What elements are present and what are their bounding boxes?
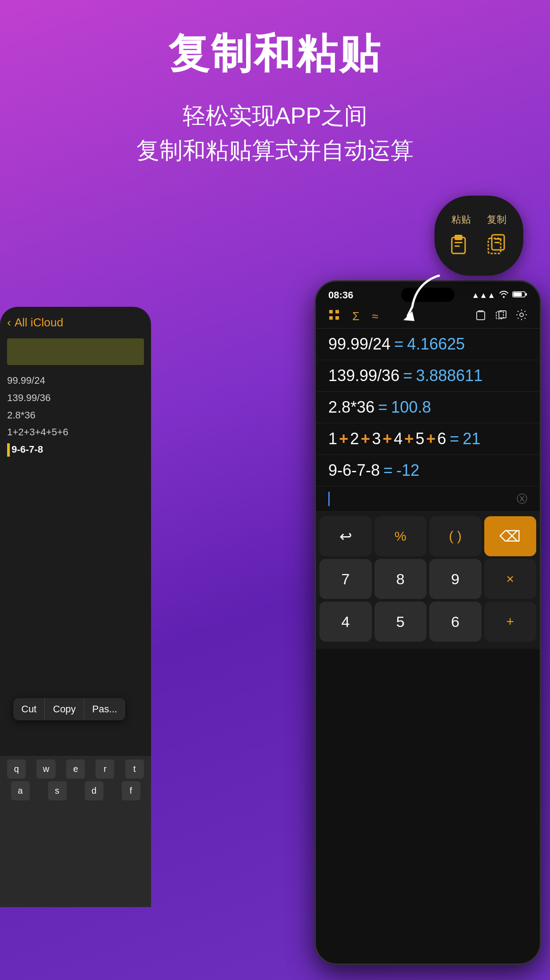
- calc-row: 9-6-7-8 = -12: [316, 455, 540, 486]
- subtitle-line1: 轻松实现APP之间: [0, 98, 550, 133]
- input-cursor: [328, 492, 330, 506]
- keypad: ↩ % ( ) ⌫ 7 8 9 × 4 5 6 +: [316, 512, 540, 649]
- back-nav: ‹ All iCloud: [7, 316, 144, 329]
- key-8[interactable]: 8: [375, 559, 427, 599]
- list-item-active: 9-6-7-8: [7, 441, 144, 458]
- key-f[interactable]: f: [122, 781, 140, 800]
- key-7[interactable]: 7: [319, 559, 372, 599]
- sigma-icon[interactable]: Σ: [352, 309, 359, 323]
- toolbar-left: Σ ≈: [328, 309, 378, 324]
- key-e[interactable]: e: [66, 759, 85, 779]
- grid-icon[interactable]: [328, 309, 340, 324]
- svg-rect-15: [335, 316, 339, 320]
- keypad-row-456: 4 5 6 +: [319, 602, 536, 642]
- keypad-row-special: ↩ % ( ) ⌫: [319, 516, 536, 556]
- calc-row: 99.99/24 = 4.16625: [316, 329, 540, 360]
- svg-rect-11: [526, 293, 527, 296]
- copy-label: 复制: [487, 213, 506, 226]
- copy-frame-icon[interactable]: [495, 309, 507, 324]
- svg-rect-13: [335, 310, 339, 313]
- list-item: 1+2+3+4+5+6: [7, 424, 144, 441]
- pill-icons: [446, 230, 512, 258]
- key-q[interactable]: q: [7, 759, 26, 779]
- key-multiply[interactable]: ×: [484, 559, 537, 599]
- pill-labels: 粘贴 复制: [451, 213, 506, 226]
- devices-wrapper: ‹ All iCloud 99.99/24 139.99/36 2.8*36 1…: [0, 280, 550, 980]
- back-title: All iCloud: [15, 316, 64, 329]
- wifi-icon: [499, 291, 509, 300]
- back-chevron-icon: ‹: [7, 316, 11, 329]
- key-r[interactable]: r: [96, 759, 114, 779]
- key-5[interactable]: 5: [375, 602, 427, 642]
- key-s[interactable]: s: [48, 781, 67, 800]
- clear-icon[interactable]: ⓧ: [517, 492, 527, 506]
- subtitle: 轻松实现APP之间 复制和粘贴算式并自动运算: [0, 98, 550, 168]
- signal-icon: ▲▲▲: [472, 291, 495, 300]
- keypad-row-789: 7 8 9 ×: [319, 559, 536, 599]
- svg-rect-14: [329, 316, 333, 320]
- approx-icon[interactable]: ≈: [372, 309, 378, 323]
- calc-row: 139.99/36 = 3.888611: [316, 360, 540, 392]
- front-phone: 08:36 👤 ▲▲▲: [315, 280, 541, 965]
- svg-rect-6: [494, 238, 502, 240]
- svg-rect-4: [488, 238, 501, 253]
- svg-rect-2: [454, 242, 462, 243]
- svg-rect-1: [454, 235, 462, 240]
- calc-results: 99.99/24 = 4.16625 139.99/36 = 3.888611 …: [316, 329, 540, 512]
- context-menu: Cut Copy Pas...: [13, 698, 125, 720]
- paste-label: 粘贴: [451, 213, 471, 226]
- copy-button[interactable]: Copy: [45, 698, 84, 720]
- key-a[interactable]: a: [11, 781, 30, 800]
- svg-point-19: [520, 313, 523, 317]
- paste-icon[interactable]: [446, 230, 474, 258]
- subtitle-line2: 复制和粘贴算式并自动运算: [0, 133, 550, 168]
- key-w[interactable]: w: [36, 759, 55, 779]
- keyboard-row: q w e r t: [2, 759, 149, 779]
- back-phone: ‹ All iCloud 99.99/24 139.99/36 2.8*36 1…: [0, 307, 151, 907]
- key-parens[interactable]: ( ): [429, 516, 482, 556]
- list-item: 2.8*36: [7, 407, 144, 424]
- back-keyboard: q w e r t a s d f: [0, 756, 151, 907]
- svg-rect-10: [513, 292, 522, 296]
- battery-icon: [512, 290, 527, 301]
- page-title: 复制和粘贴: [0, 31, 550, 76]
- cut-button[interactable]: Cut: [13, 698, 45, 720]
- calc-row: 2.8*36 = 100.8: [316, 392, 540, 423]
- status-icons: ▲▲▲: [472, 290, 527, 301]
- note-list: 99.99/24 139.99/36 2.8*36 1+2+3+4+5+6 9-…: [7, 372, 144, 458]
- header-section: 复制和粘贴 轻松实现APP之间 复制和粘贴算式并自动运算: [0, 0, 550, 168]
- key-plus[interactable]: +: [484, 602, 537, 642]
- text-cursor: [7, 443, 10, 457]
- key-6[interactable]: 6: [429, 602, 482, 642]
- key-t[interactable]: t: [125, 759, 144, 779]
- gear-icon[interactable]: [516, 309, 527, 324]
- list-item: 99.99/24: [7, 372, 144, 390]
- svg-rect-12: [329, 310, 333, 313]
- list-item: 139.99/36: [7, 390, 144, 407]
- calc-row: 1 + 2 + 3 + 4 + 5 + 6 = 21: [316, 423, 540, 455]
- status-time: 08:36: [328, 289, 353, 301]
- svg-rect-7: [494, 242, 500, 243]
- key-percent[interactable]: %: [375, 516, 427, 556]
- key-4[interactable]: 4: [319, 602, 372, 642]
- key-9[interactable]: 9: [429, 559, 482, 599]
- clipboard-icon[interactable]: [475, 309, 486, 324]
- copy-icon[interactable]: [483, 230, 512, 258]
- keyboard-row: a s d f: [2, 781, 149, 800]
- note-header-bar: [7, 338, 144, 365]
- svg-rect-16: [477, 312, 485, 320]
- key-d[interactable]: d: [85, 781, 104, 800]
- toolbar-right: [475, 309, 527, 324]
- arrow-connector: [403, 271, 448, 326]
- floating-pill: 粘贴 复制: [434, 196, 523, 276]
- svg-rect-3: [454, 245, 460, 247]
- paste-button[interactable]: Pas...: [84, 698, 125, 720]
- key-backspace[interactable]: ⌫: [484, 516, 537, 556]
- key-return[interactable]: ↩: [319, 516, 372, 556]
- input-row[interactable]: ⓧ: [316, 486, 540, 512]
